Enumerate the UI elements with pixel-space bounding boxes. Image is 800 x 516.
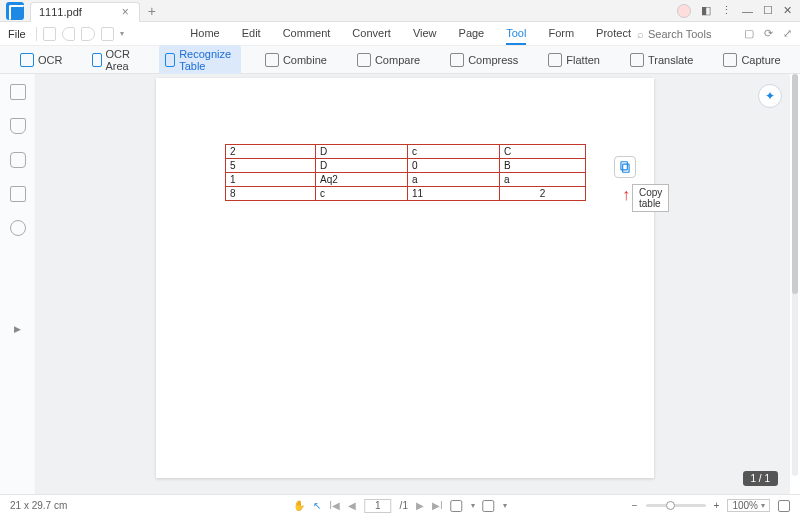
translate-button[interactable]: Translate (624, 50, 699, 70)
capture-button[interactable]: Capture (717, 50, 786, 70)
tab-convert[interactable]: Convert (352, 23, 391, 45)
flatten-button[interactable]: Flatten (542, 50, 606, 70)
share-icon[interactable]: ▢ (744, 27, 754, 40)
tab-close-icon[interactable]: × (122, 5, 129, 19)
assist-icon: ✦ (765, 89, 775, 103)
tab-form[interactable]: Form (548, 23, 574, 45)
next-page-button[interactable]: ▶ (416, 500, 424, 511)
vertical-scrollbar[interactable] (792, 74, 798, 476)
document-tab[interactable]: 1111.pdf × (30, 2, 140, 22)
page-number-input[interactable]: 1 (364, 499, 392, 513)
app-icon (6, 2, 24, 20)
scrollbar-thumb[interactable] (792, 74, 798, 294)
tab-tool[interactable]: Tool (506, 23, 526, 45)
single-page-icon[interactable] (483, 500, 495, 512)
zoom-level-box[interactable]: 100%▾ (727, 499, 770, 512)
fit-width-icon[interactable] (451, 500, 463, 512)
table-row: 2 D c C (226, 145, 586, 159)
print-icon[interactable] (101, 27, 114, 41)
table-row: 5 D 0 B (226, 159, 586, 173)
cloud-icon[interactable]: ⟳ (764, 27, 773, 40)
recognized-table[interactable]: 2 D c C 5 D 0 B 1 Aq2 a a 8 c 11 2 (225, 144, 586, 201)
tab-home[interactable]: Home (190, 23, 219, 45)
svg-rect-0 (621, 162, 627, 170)
layout-caret-icon[interactable]: ▾ (503, 501, 507, 510)
compare-button[interactable]: Compare (351, 50, 426, 70)
sidebar-expand-icon[interactable]: ▶ (14, 324, 21, 334)
menu-bar: File ▾ Home Edit Comment Convert View Pa… (0, 22, 800, 46)
save-icon[interactable] (43, 27, 56, 41)
tab-comment[interactable]: Comment (283, 23, 331, 45)
attachment-icon[interactable] (10, 186, 26, 202)
floating-assist-button[interactable]: ✦ (758, 84, 782, 108)
copy-table-button[interactable] (614, 156, 636, 178)
main-tabs: Home Edit Comment Convert View Page Tool… (190, 23, 631, 45)
select-tool-icon[interactable]: ↖ (313, 500, 321, 511)
dropdown-caret-icon[interactable]: ▾ (120, 29, 124, 38)
window-maximize-button[interactable]: ☐ (763, 4, 773, 17)
window-minimize-button[interactable]: — (742, 5, 753, 17)
search-icon: ⌕ (637, 28, 644, 40)
pdf-page: 2 D c C 5 D 0 B 1 Aq2 a a 8 c 11 2 (156, 78, 654, 478)
last-page-button[interactable]: ▶I (432, 500, 443, 511)
pointer-arrow-icon: ↑ (622, 186, 630, 204)
zoom-slider-knob[interactable] (666, 501, 675, 510)
undo-icon[interactable] (62, 27, 75, 41)
ocr-button[interactable]: OCR (14, 50, 68, 70)
tab-protect[interactable]: Protect (596, 23, 631, 45)
bookmark-icon[interactable] (10, 118, 26, 134)
user-avatar-icon[interactable] (677, 4, 691, 18)
recognize-table-button[interactable]: Recognize Table (159, 45, 241, 75)
window-close-button[interactable]: ✕ (783, 4, 792, 17)
tab-filename: 1111.pdf (39, 6, 82, 18)
ocr-area-button[interactable]: OCR Area (86, 45, 140, 75)
tab-page[interactable]: Page (459, 23, 485, 45)
comment-panel-icon[interactable] (10, 152, 26, 168)
copy-table-tooltip: Copy table (632, 184, 669, 212)
table-row: 8 c 11 2 (226, 187, 586, 201)
left-sidebar: ▶ (0, 74, 36, 494)
prev-page-button[interactable]: ◀ (348, 500, 356, 511)
search-panel-icon[interactable] (10, 220, 26, 236)
redo-icon[interactable] (81, 27, 94, 41)
status-bar: 21 x 29.7 cm ✋ ↖ I◀ ◀ 1 /1 ▶ ▶I ▾ ▾ − + … (0, 494, 800, 516)
tool-toolbar: OCR OCR Area Recognize Table Combine Com… (0, 46, 800, 74)
hand-tool-icon[interactable]: ✋ (293, 500, 305, 511)
expand-icon[interactable]: ⤢ (783, 27, 792, 40)
document-canvas[interactable]: 2 D c C 5 D 0 B 1 Aq2 a a 8 c 11 2 (36, 74, 790, 494)
page-total: /1 (400, 500, 408, 511)
first-page-button[interactable]: I◀ (329, 500, 340, 511)
zoom-out-button[interactable]: − (632, 500, 638, 511)
search-tools[interactable]: ⌕ (637, 28, 728, 40)
search-input[interactable] (648, 28, 728, 40)
tab-edit[interactable]: Edit (242, 23, 261, 45)
svg-rect-1 (623, 164, 629, 172)
thumbnails-icon[interactable] (10, 84, 26, 100)
title-bar: 1111.pdf × + ◧ ⋮ — ☐ ✕ (0, 0, 800, 22)
zoom-slider[interactable] (646, 504, 706, 507)
new-tab-button[interactable]: + (148, 3, 156, 19)
tab-view[interactable]: View (413, 23, 437, 45)
view-mode-caret-icon[interactable]: ▾ (471, 501, 475, 510)
file-menu[interactable]: File (8, 28, 26, 40)
compress-button[interactable]: Compress (444, 50, 524, 70)
table-row: 1 Aq2 a a (226, 173, 586, 187)
combine-button[interactable]: Combine (259, 50, 333, 70)
notification-icon[interactable]: ◧ (701, 4, 711, 17)
fullscreen-icon[interactable] (778, 500, 790, 512)
page-indicator-badge: 1 / 1 (743, 471, 778, 486)
kebab-menu-icon[interactable]: ⋮ (721, 4, 732, 17)
zoom-in-button[interactable]: + (714, 500, 720, 511)
copy-table-icon (618, 160, 632, 174)
page-dimensions: 21 x 29.7 cm (10, 500, 67, 511)
